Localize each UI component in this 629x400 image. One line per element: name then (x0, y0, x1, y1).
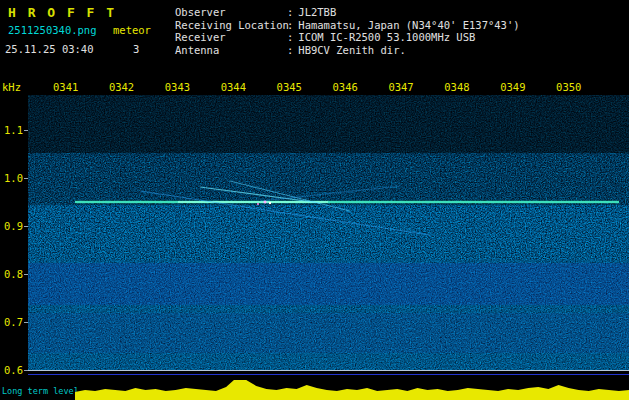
time-tick-label: 0344 (221, 81, 246, 93)
info-value: HB9CV Zenith dir. (298, 44, 405, 56)
baseline-light (28, 370, 629, 371)
info-row-observer: Observer:JL2TBB (175, 6, 520, 19)
info-label: Receiver (175, 31, 287, 44)
signal-level-strip (75, 380, 629, 400)
info-row-antenna: Antenna:HB9CV Zenith dir. (175, 44, 520, 57)
time-axis: 0341034203430344034503460347034803490350 (0, 81, 629, 93)
time-tick-label: 0348 (444, 81, 469, 93)
info-separator: : (287, 19, 293, 31)
baseline-blue (28, 374, 629, 375)
signal-level-shape (75, 380, 629, 400)
meteor-count: 3 (133, 43, 139, 55)
mode-label: meteor (113, 24, 151, 36)
time-tick-label: 0341 (53, 81, 78, 93)
hrofft-window: H R O F F T 2511250340.png meteor 25.11.… (0, 0, 629, 400)
meteor-echo-head (257, 203, 259, 205)
station-info: Observer:JL2TBB Receiving Location:Hamam… (175, 6, 520, 56)
freq-tick-label: 1.0 (4, 172, 23, 184)
frequency-axis: 1.11.00.90.80.70.6 (0, 0, 28, 400)
time-tick-label: 0342 (109, 81, 134, 93)
freq-tick-label: 0.9 (4, 220, 23, 232)
meteor-echo-head (269, 202, 271, 204)
info-row-location: Receiving Location:Hamamatsu, Japan (N34… (175, 19, 520, 32)
info-value: JL2TBB (298, 6, 336, 18)
time-tick-label: 0349 (500, 81, 525, 93)
info-value: ICOM IC-R2500 53.1000MHz USB (298, 31, 475, 43)
info-separator: : (287, 6, 293, 18)
info-label: Observer (175, 6, 287, 19)
freq-tick-label: 0.7 (4, 316, 23, 328)
time-tick-label: 0343 (165, 81, 190, 93)
meteor-echo-head (264, 201, 267, 204)
freq-tick-label: 0.8 (4, 268, 23, 280)
freq-tick-label: 1.1 (4, 124, 23, 136)
info-separator: : (287, 44, 293, 56)
time-tick-label: 0350 (556, 81, 581, 93)
info-separator: : (287, 31, 293, 43)
time-tick-label: 0345 (277, 81, 302, 93)
info-label: Receiving Location (175, 19, 287, 32)
info-label: Antenna (175, 44, 287, 57)
info-row-receiver: Receiver:ICOM IC-R2500 53.1000MHz USB (175, 31, 520, 44)
footer-note: Long term level (2, 386, 79, 396)
meteor-echo-trail (140, 191, 430, 235)
info-value: Hamamatsu, Japan (N34°40' E137°43') (298, 19, 519, 31)
spectrogram (28, 95, 629, 371)
time-tick-label: 0347 (388, 81, 413, 93)
spectrogram-traces-layer (28, 95, 629, 371)
freq-tick-label: 0.6 (4, 364, 23, 376)
meteor-echo-trail (230, 181, 350, 211)
time-tick-label: 0346 (333, 81, 358, 93)
